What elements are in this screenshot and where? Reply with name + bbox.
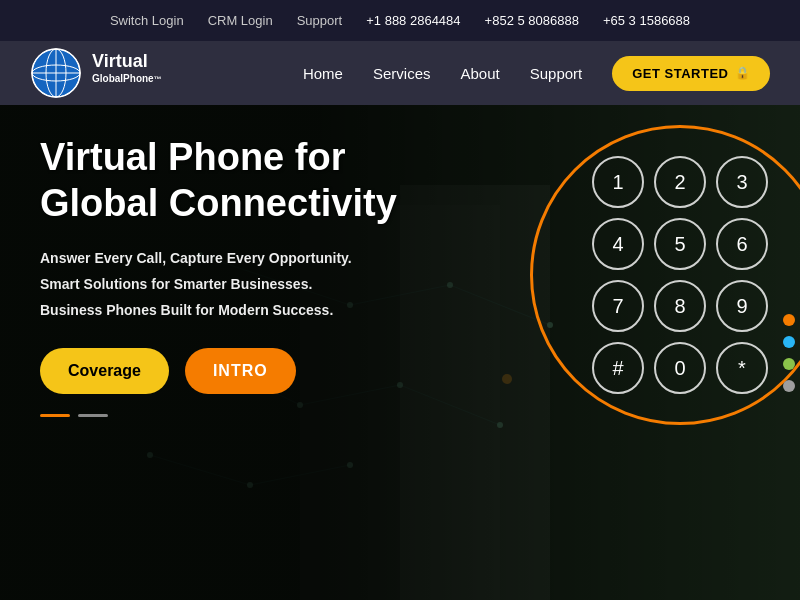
dial-key-7[interactable]: 7: [592, 280, 644, 332]
color-dot-blue: [783, 336, 795, 348]
phone-hk: +852 5 8086888: [485, 13, 579, 28]
bullet-1: Answer Every Call, Capture Every Opportu…: [40, 250, 397, 266]
navbar: Virtual GlobalPhone™ Home Services About…: [0, 41, 800, 105]
crm-login-link[interactable]: CRM Login: [208, 13, 273, 28]
dial-key-5[interactable]: 5: [654, 218, 706, 270]
color-dot-green: [783, 358, 795, 370]
dial-key-4[interactable]: 4: [592, 218, 644, 270]
dialpad-container: 123456789#0*: [530, 125, 800, 425]
get-started-button[interactable]: GET STARTED 🔒: [612, 56, 770, 91]
lock-icon: 🔒: [735, 66, 751, 80]
dial-key-3[interactable]: 3: [716, 156, 768, 208]
hero-bullets: Answer Every Call, Capture Every Opportu…: [40, 250, 397, 318]
hero-content: Virtual Phone for Global Connectivity An…: [40, 135, 397, 417]
hero-section: Virtual Phone for Global Connectivity An…: [0, 105, 800, 600]
intro-button[interactable]: INTRO: [185, 348, 296, 394]
logo[interactable]: Virtual GlobalPhone™: [30, 47, 162, 99]
color-dot-orange: [783, 314, 795, 326]
coverage-button[interactable]: Coverage: [40, 348, 169, 394]
dial-key-*[interactable]: *: [716, 342, 768, 394]
pagination-dot-1[interactable]: [40, 414, 70, 417]
nav-links: Home Services About Support GET STARTED …: [303, 56, 770, 91]
logo-text: Virtual GlobalPhone™: [92, 51, 162, 94]
dial-key-2[interactable]: 2: [654, 156, 706, 208]
bullet-3: Business Phones Built for Modern Success…: [40, 302, 397, 318]
dialpad-circle: 123456789#0*: [530, 125, 800, 425]
globe-icon: [30, 47, 82, 99]
dial-key-8[interactable]: 8: [654, 280, 706, 332]
dial-key-1[interactable]: 1: [592, 156, 644, 208]
pagination: [40, 414, 397, 417]
hero-buttons: Coverage INTRO: [40, 348, 397, 394]
dial-key-0[interactable]: 0: [654, 342, 706, 394]
phone-us: +1 888 2864484: [366, 13, 460, 28]
support-topbar-link[interactable]: Support: [297, 13, 343, 28]
nav-services[interactable]: Services: [373, 65, 431, 82]
color-dots: [783, 314, 795, 392]
dialpad-grid: 123456789#0*: [572, 136, 788, 414]
switch-login-link[interactable]: Switch Login: [110, 13, 184, 28]
bullet-2: Smart Solutions for Smarter Businesses.: [40, 276, 397, 292]
color-dot-gray: [783, 380, 795, 392]
nav-home[interactable]: Home: [303, 65, 343, 82]
phone-sg: +65 3 1586688: [603, 13, 690, 28]
nav-about[interactable]: About: [460, 65, 499, 82]
pagination-dot-2[interactable]: [78, 414, 108, 417]
dial-key-9[interactable]: 9: [716, 280, 768, 332]
top-bar: Switch Login CRM Login Support +1 888 28…: [0, 0, 800, 41]
nav-support[interactable]: Support: [530, 65, 583, 82]
hero-title: Virtual Phone for Global Connectivity: [40, 135, 397, 226]
dial-key-#[interactable]: #: [592, 342, 644, 394]
dial-key-6[interactable]: 6: [716, 218, 768, 270]
